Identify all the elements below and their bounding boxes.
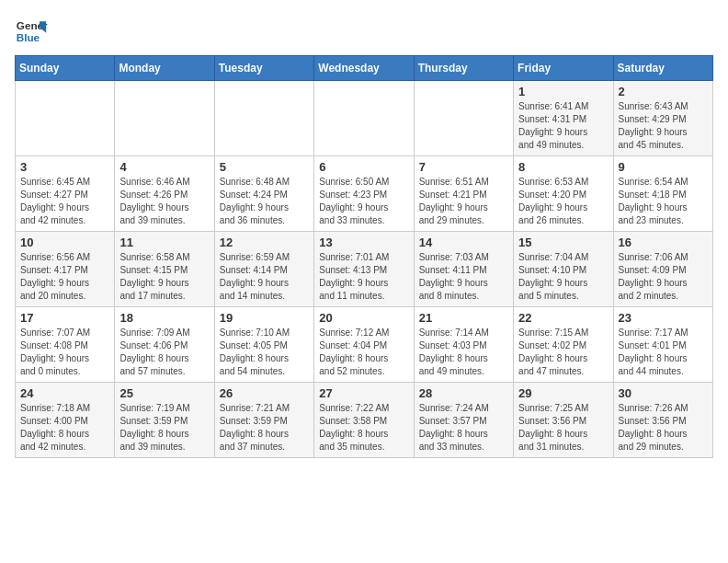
day-number: 24 xyxy=(20,386,109,400)
day-cell: 12Sunrise: 6:59 AM Sunset: 4:14 PM Dayli… xyxy=(214,232,313,307)
day-number: 5 xyxy=(220,160,309,174)
day-cell: 27Sunrise: 7:22 AM Sunset: 3:58 PM Dayli… xyxy=(314,383,414,458)
day-info: Sunrise: 7:25 AM Sunset: 3:56 PM Dayligh… xyxy=(518,402,608,454)
day-cell: 20Sunrise: 7:12 AM Sunset: 4:04 PM Dayli… xyxy=(314,307,414,383)
day-number: 17 xyxy=(20,311,109,325)
day-info: Sunrise: 6:59 AM Sunset: 4:14 PM Dayligh… xyxy=(220,251,309,303)
day-info: Sunrise: 6:43 AM Sunset: 4:29 PM Dayligh… xyxy=(619,100,708,152)
day-number: 10 xyxy=(20,236,109,249)
day-number: 8 xyxy=(518,160,608,174)
day-number: 13 xyxy=(319,236,408,249)
week-row-3: 10Sunrise: 6:56 AM Sunset: 4:17 PM Dayli… xyxy=(16,232,713,307)
day-number: 18 xyxy=(119,311,209,325)
day-cell: 30Sunrise: 7:26 AM Sunset: 3:56 PM Dayli… xyxy=(613,383,712,458)
header-row: SundayMondayTuesdayWednesdayThursdayFrid… xyxy=(16,56,713,81)
header-cell-tuesday: Tuesday xyxy=(214,56,313,81)
day-number: 7 xyxy=(419,160,508,174)
day-info: Sunrise: 7:04 AM Sunset: 4:10 PM Dayligh… xyxy=(518,251,608,303)
day-cell: 23Sunrise: 7:17 AM Sunset: 4:01 PM Dayli… xyxy=(613,307,712,383)
week-row-5: 24Sunrise: 7:18 AM Sunset: 4:00 PM Dayli… xyxy=(16,383,713,458)
day-cell: 3Sunrise: 6:45 AM Sunset: 4:27 PM Daylig… xyxy=(16,156,115,232)
day-number: 19 xyxy=(220,311,309,325)
day-number: 14 xyxy=(419,236,508,249)
logo: General Blue xyxy=(15,15,51,48)
logo-icon: General Blue xyxy=(15,15,48,48)
header: General Blue xyxy=(15,15,713,48)
day-info: Sunrise: 7:01 AM Sunset: 4:13 PM Dayligh… xyxy=(319,251,408,303)
day-number: 20 xyxy=(319,311,408,325)
day-number: 15 xyxy=(518,236,608,249)
day-info: Sunrise: 7:12 AM Sunset: 4:04 PM Dayligh… xyxy=(319,327,408,378)
day-number: 16 xyxy=(619,236,708,249)
day-cell: 24Sunrise: 7:18 AM Sunset: 4:00 PM Dayli… xyxy=(16,383,115,458)
day-cell xyxy=(314,81,414,156)
day-cell: 5Sunrise: 6:48 AM Sunset: 4:24 PM Daylig… xyxy=(214,156,313,232)
day-info: Sunrise: 7:15 AM Sunset: 4:02 PM Dayligh… xyxy=(518,327,608,378)
week-row-4: 17Sunrise: 7:07 AM Sunset: 4:08 PM Dayli… xyxy=(16,307,713,383)
day-info: Sunrise: 7:03 AM Sunset: 4:11 PM Dayligh… xyxy=(419,251,508,303)
day-cell: 4Sunrise: 6:46 AM Sunset: 4:26 PM Daylig… xyxy=(115,156,214,232)
day-number: 25 xyxy=(119,386,209,400)
header-cell-wednesday: Wednesday xyxy=(314,56,414,81)
day-number: 30 xyxy=(619,386,708,400)
day-info: Sunrise: 6:45 AM Sunset: 4:27 PM Dayligh… xyxy=(20,176,109,227)
day-info: Sunrise: 7:10 AM Sunset: 4:05 PM Dayligh… xyxy=(220,327,309,378)
day-cell: 11Sunrise: 6:58 AM Sunset: 4:15 PM Dayli… xyxy=(115,232,214,307)
day-info: Sunrise: 6:56 AM Sunset: 4:17 PM Dayligh… xyxy=(20,251,109,303)
day-cell: 15Sunrise: 7:04 AM Sunset: 4:10 PM Dayli… xyxy=(514,232,613,307)
day-info: Sunrise: 6:51 AM Sunset: 4:21 PM Dayligh… xyxy=(419,176,508,227)
header-cell-monday: Monday xyxy=(115,56,214,81)
day-number: 3 xyxy=(20,160,109,174)
day-number: 9 xyxy=(619,160,708,174)
header-cell-sunday: Sunday xyxy=(16,56,115,81)
day-number: 29 xyxy=(518,386,608,400)
day-cell: 8Sunrise: 6:53 AM Sunset: 4:20 PM Daylig… xyxy=(514,156,613,232)
day-info: Sunrise: 6:46 AM Sunset: 4:26 PM Dayligh… xyxy=(119,176,209,227)
day-number: 22 xyxy=(518,311,608,325)
day-number: 11 xyxy=(119,236,209,249)
day-number: 1 xyxy=(518,85,608,98)
day-cell xyxy=(214,81,313,156)
day-number: 2 xyxy=(619,85,708,98)
week-row-2: 3Sunrise: 6:45 AM Sunset: 4:27 PM Daylig… xyxy=(16,156,713,232)
day-info: Sunrise: 7:17 AM Sunset: 4:01 PM Dayligh… xyxy=(619,327,708,378)
day-info: Sunrise: 7:21 AM Sunset: 3:59 PM Dayligh… xyxy=(220,402,309,454)
day-cell: 13Sunrise: 7:01 AM Sunset: 4:13 PM Dayli… xyxy=(314,232,414,307)
day-info: Sunrise: 6:53 AM Sunset: 4:20 PM Dayligh… xyxy=(518,176,608,227)
day-cell: 14Sunrise: 7:03 AM Sunset: 4:11 PM Dayli… xyxy=(414,232,513,307)
day-info: Sunrise: 7:22 AM Sunset: 3:58 PM Dayligh… xyxy=(319,402,408,454)
day-info: Sunrise: 7:06 AM Sunset: 4:09 PM Dayligh… xyxy=(619,251,708,303)
day-info: Sunrise: 6:48 AM Sunset: 4:24 PM Dayligh… xyxy=(220,176,309,227)
calendar-table: SundayMondayTuesdayWednesdayThursdayFrid… xyxy=(15,55,713,458)
day-info: Sunrise: 7:18 AM Sunset: 4:00 PM Dayligh… xyxy=(20,402,109,454)
day-cell: 25Sunrise: 7:19 AM Sunset: 3:59 PM Dayli… xyxy=(115,383,214,458)
day-cell: 17Sunrise: 7:07 AM Sunset: 4:08 PM Dayli… xyxy=(16,307,115,383)
day-info: Sunrise: 6:58 AM Sunset: 4:15 PM Dayligh… xyxy=(119,251,209,303)
day-info: Sunrise: 6:41 AM Sunset: 4:31 PM Dayligh… xyxy=(518,100,608,152)
day-number: 23 xyxy=(619,311,708,325)
day-info: Sunrise: 7:07 AM Sunset: 4:08 PM Dayligh… xyxy=(20,327,109,378)
day-cell: 16Sunrise: 7:06 AM Sunset: 4:09 PM Dayli… xyxy=(613,232,712,307)
day-info: Sunrise: 6:50 AM Sunset: 4:23 PM Dayligh… xyxy=(319,176,408,227)
day-cell: 9Sunrise: 6:54 AM Sunset: 4:18 PM Daylig… xyxy=(613,156,712,232)
day-cell: 22Sunrise: 7:15 AM Sunset: 4:02 PM Dayli… xyxy=(514,307,613,383)
day-cell: 2Sunrise: 6:43 AM Sunset: 4:29 PM Daylig… xyxy=(613,81,712,156)
day-info: Sunrise: 6:54 AM Sunset: 4:18 PM Dayligh… xyxy=(619,176,708,227)
day-info: Sunrise: 7:09 AM Sunset: 4:06 PM Dayligh… xyxy=(119,327,209,378)
day-cell: 21Sunrise: 7:14 AM Sunset: 4:03 PM Dayli… xyxy=(414,307,513,383)
header-cell-thursday: Thursday xyxy=(414,56,513,81)
day-cell: 6Sunrise: 6:50 AM Sunset: 4:23 PM Daylig… xyxy=(314,156,414,232)
day-info: Sunrise: 7:14 AM Sunset: 4:03 PM Dayligh… xyxy=(419,327,508,378)
day-number: 12 xyxy=(220,236,309,249)
day-cell: 19Sunrise: 7:10 AM Sunset: 4:05 PM Dayli… xyxy=(214,307,313,383)
day-number: 6 xyxy=(319,160,408,174)
day-cell: 29Sunrise: 7:25 AM Sunset: 3:56 PM Dayli… xyxy=(514,383,613,458)
day-number: 4 xyxy=(119,160,209,174)
day-cell: 7Sunrise: 6:51 AM Sunset: 4:21 PM Daylig… xyxy=(414,156,513,232)
day-cell: 1Sunrise: 6:41 AM Sunset: 4:31 PM Daylig… xyxy=(514,81,613,156)
day-cell xyxy=(115,81,214,156)
day-info: Sunrise: 7:19 AM Sunset: 3:59 PM Dayligh… xyxy=(119,402,209,454)
day-cell xyxy=(16,81,115,156)
day-number: 21 xyxy=(419,311,508,325)
day-cell: 28Sunrise: 7:24 AM Sunset: 3:57 PM Dayli… xyxy=(414,383,513,458)
